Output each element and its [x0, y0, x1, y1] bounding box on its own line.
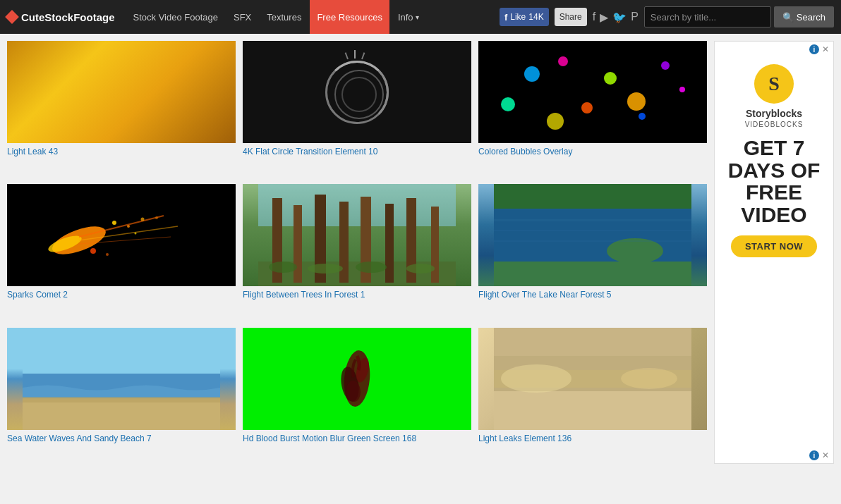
ad-bottom-info-icon[interactable]: i	[809, 450, 819, 460]
ad-bottom-info-symbol: i	[813, 452, 816, 460]
video-title-link[interactable]: Sparks Comet 2	[7, 290, 236, 300]
svg-rect-30	[494, 262, 691, 286]
svg-rect-32	[494, 230, 691, 231]
nav-info-chevron: ▾	[416, 13, 419, 21]
ad-waterfall-image	[715, 267, 833, 448]
search-icon: 🔍	[782, 12, 794, 23]
svg-point-7	[141, 218, 145, 221]
video-thumbnail[interactable]	[243, 41, 471, 143]
svg-point-23	[308, 264, 343, 273]
video-item: Sparks Comet 2	[7, 184, 236, 320]
nav-info[interactable]: Info ▾	[391, 0, 426, 34]
ad-cta-button[interactable]: START NOW	[731, 235, 817, 257]
svg-rect-12	[258, 184, 456, 226]
svg-rect-27	[494, 184, 691, 209]
svg-rect-34	[23, 328, 220, 374]
share-label: Share	[559, 12, 582, 22]
svg-rect-33	[494, 240, 691, 242]
video-title-link[interactable]: Sea Water Waves And Sandy Beach 7	[7, 434, 236, 443]
ad-bottom-close-button[interactable]: ✕	[822, 450, 829, 460]
video-item: Sea Water Waves And Sandy Beach 7	[7, 328, 236, 464]
lake-svg	[478, 184, 707, 286]
lightleaks-svg	[478, 328, 707, 430]
storyblocks-sub: VIDEOBLOCKS	[745, 121, 804, 128]
video-thumbnail[interactable]	[243, 328, 471, 430]
svg-rect-28	[494, 209, 691, 265]
ad-bottom-bar: i ✕	[715, 448, 833, 463]
svg-point-46	[501, 364, 571, 393]
search-label: Search	[797, 12, 825, 23]
social-icons: f ▶ 🐦 P	[593, 11, 639, 24]
search-bar: 🔍 Search	[644, 6, 834, 27]
video-title-link[interactable]: Light Leaks Element 136	[478, 434, 707, 443]
facebook-like-button[interactable]: f Like 14K	[500, 8, 549, 26]
video-item: Flight Over The Lake Near Forest 5	[478, 184, 707, 320]
search-button[interactable]: 🔍 Search	[774, 6, 834, 27]
svg-rect-36	[23, 398, 220, 430]
video-thumbnail[interactable]	[478, 41, 707, 143]
video-title-link[interactable]: Colored Bubbles Overlay	[478, 147, 707, 156]
forest-svg	[243, 184, 471, 286]
svg-point-6	[127, 225, 130, 228]
video-thumbnail[interactable]	[478, 184, 707, 286]
sparks-svg	[7, 184, 236, 286]
share-button[interactable]: Share	[555, 8, 587, 26]
logo-text: CuteStockFootage	[21, 11, 115, 23]
ad-headline-line2: DAYS OF	[728, 159, 821, 182]
video-thumbnail[interactable]	[243, 184, 471, 286]
fb-count: 14K	[528, 12, 543, 22]
video-thumbnail[interactable]	[7, 184, 236, 286]
nav-free-resources[interactable]: Free Resources	[310, 0, 389, 34]
nav-stock-video[interactable]: Stock Video Footage	[126, 0, 225, 34]
svg-point-29	[607, 238, 663, 264]
ad-headline-line1: GET 7	[728, 137, 821, 159]
site-logo[interactable]: CuteStockFootage	[7, 11, 115, 23]
greenscreen-svg	[243, 328, 471, 430]
video-thumbnail[interactable]	[7, 41, 236, 143]
main-content: Light Leak 43 4K Flat Circle Transition …	[0, 34, 841, 471]
storyblocks-name: Storyblocks	[746, 108, 802, 119]
svg-point-11	[155, 216, 158, 219]
svg-rect-37	[23, 397, 220, 402]
video-thumbnail[interactable]	[478, 328, 707, 430]
svg-point-10	[135, 233, 137, 235]
video-title-link[interactable]: Flight Between Trees In Forest 1	[243, 290, 471, 300]
svg-point-22	[269, 262, 297, 273]
fb-like-label: Like	[510, 12, 526, 22]
video-item: 4K Flat Circle Transition Element 10	[243, 41, 471, 177]
twitter-icon[interactable]: 🐦	[612, 11, 627, 24]
video-title-link[interactable]: Flight Over The Lake Near Forest 5	[478, 290, 707, 300]
ad-top-bar: i ✕	[715, 42, 833, 57]
svg-point-24	[356, 262, 387, 273]
svg-rect-31	[494, 219, 691, 221]
ad-headline-line3: FREE	[728, 181, 821, 204]
video-item: Light Leaks Element 136	[478, 328, 707, 464]
nav-sfx[interactable]: SFX	[226, 0, 258, 34]
ad-info-symbol: i	[813, 46, 816, 54]
video-thumbnail[interactable]	[7, 328, 236, 430]
main-nav: Stock Video Footage SFX Textures Free Re…	[126, 0, 495, 34]
svg-rect-19	[385, 204, 394, 283]
search-input[interactable]	[644, 6, 771, 27]
video-title-link[interactable]: Hd Blood Burst Motion Blur Green Screen …	[243, 434, 471, 443]
facebook-icon: f	[504, 12, 507, 23]
video-item: Light Leak 43	[7, 41, 236, 177]
nav-textures[interactable]: Textures	[260, 0, 308, 34]
video-title-link[interactable]: Light Leak 43	[7, 147, 236, 156]
pinterest-icon[interactable]: P	[631, 11, 639, 23]
facebook-social-icon[interactable]: f	[593, 11, 595, 23]
youtube-icon[interactable]: ▶	[600, 11, 608, 24]
svg-point-8	[90, 248, 96, 254]
ad-close-button[interactable]: ✕	[822, 44, 829, 54]
sidebar: i ✕ S Storyblocks VIDEOBLOCKS GET 7 DAYS…	[714, 41, 834, 464]
video-grid: Light Leak 43 4K Flat Circle Transition …	[7, 41, 707, 464]
ad-info-icon[interactable]: i	[809, 44, 819, 54]
logo-diamond-icon	[5, 10, 19, 24]
svg-line-2	[79, 216, 164, 237]
svg-rect-15	[294, 205, 302, 283]
svg-rect-44	[494, 328, 691, 356]
storyblocks-logo: S	[754, 64, 794, 104]
video-title-link[interactable]: 4K Flat Circle Transition Element 10	[243, 147, 471, 156]
beach-svg	[7, 328, 236, 430]
video-item: Colored Bubbles Overlay	[478, 41, 707, 177]
